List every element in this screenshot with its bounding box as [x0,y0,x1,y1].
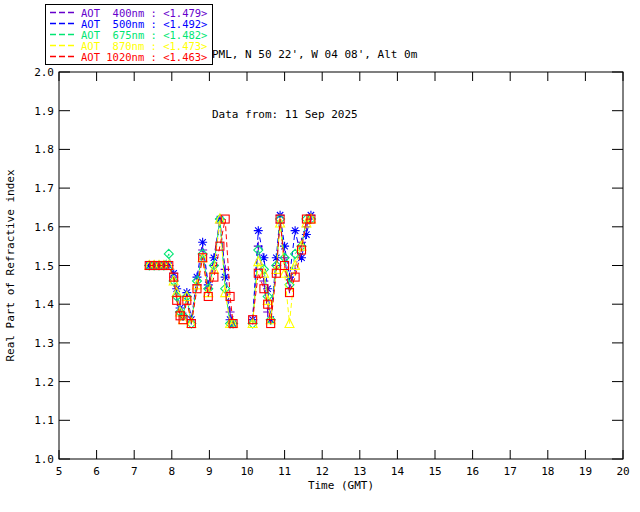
x-tick-label: 13 [353,465,366,478]
y-axis-title: Real Part of Refractive index [4,169,17,361]
x-tick-label: 17 [504,465,517,478]
y-tick-label: 1.8 [34,143,54,156]
x-tick-label: 9 [206,465,213,478]
aeronet-refractive-index-plot: AOT 400nm : <1.479>AOT 500nm : <1.492>AO… [0,0,640,512]
x-tick-label: 18 [541,465,554,478]
x-tick-label: 12 [316,465,329,478]
plot-frame [59,72,623,459]
refractive-index-chart: 567891011121314151617181920Time (GMT)1.0… [0,0,640,512]
y-tick-label: 1.4 [34,298,54,311]
x-tick-label: 14 [391,465,405,478]
x-tick-label: 10 [240,465,253,478]
y-tick-label: 2.0 [34,66,54,79]
plus-marker [226,307,235,316]
x-axis: 567891011121314151617181920Time (GMT) [56,72,630,492]
asterisk-marker [291,226,300,235]
x-tick-label: 20 [616,465,629,478]
asterisk-marker [198,238,207,247]
y-tick-label: 1.6 [34,221,54,234]
x-tick-label: 6 [93,465,100,478]
x-tick-label: 16 [466,465,479,478]
x-tick-label: 11 [278,465,291,478]
x-tick-label: 5 [56,465,63,478]
y-tick-label: 1.3 [34,337,54,350]
y-tick-label: 1.2 [34,376,54,389]
x-tick-label: 15 [428,465,441,478]
y-tick-label: 1.1 [34,414,54,427]
y-axis: 1.01.11.21.31.41.51.61.71.81.92.0Real Pa… [4,66,623,466]
x-tick-label: 8 [168,465,175,478]
y-tick-label: 1.0 [34,453,54,466]
x-tick-label: 7 [131,465,138,478]
x-tick-label: 19 [579,465,592,478]
x-axis-title: Time (GMT) [308,479,374,492]
asterisk-marker [280,242,289,251]
asterisk-marker [221,273,230,282]
asterisk-marker [254,226,263,235]
y-tick-label: 1.7 [34,182,54,195]
y-tick-label: 1.9 [34,105,54,118]
y-tick-label: 1.5 [34,260,54,273]
